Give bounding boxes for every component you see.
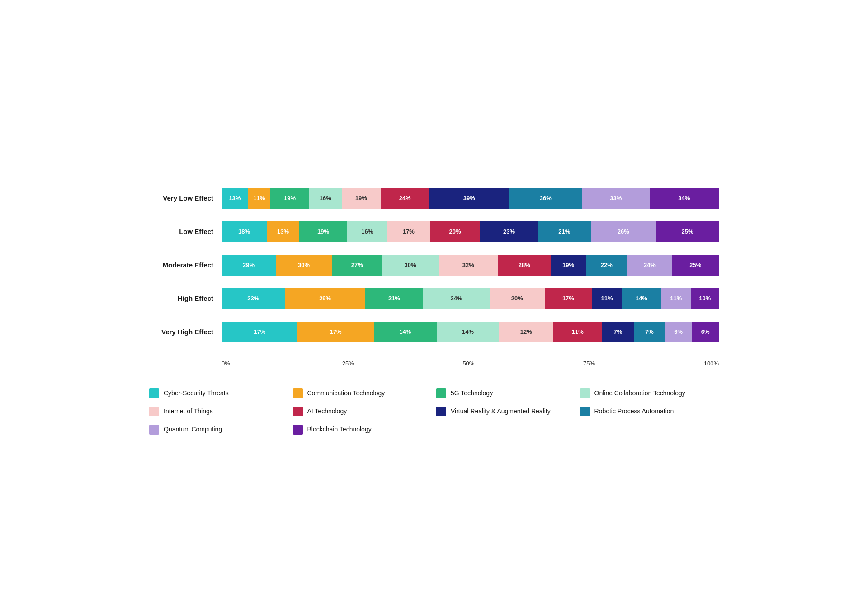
bar-segment-online_collab: 24% <box>423 288 490 309</box>
segment-label: 14% <box>636 295 647 302</box>
bar-segment-blockchain: 25% <box>656 221 719 242</box>
segment-label: 32% <box>462 262 474 268</box>
bar-segment-communication: 13% <box>267 221 299 242</box>
segment-label: 28% <box>519 262 530 268</box>
bar-segment-iot: 19% <box>342 188 381 209</box>
segment-label: 29% <box>243 262 255 268</box>
bar-segment-cyber_security: 23% <box>222 288 285 309</box>
segment-label: 26% <box>618 228 629 235</box>
bar-segment-blockchain: 25% <box>672 255 719 276</box>
segment-label: 33% <box>610 195 622 201</box>
segment-label: 11% <box>572 328 584 335</box>
legend-item-communication: Communication Technology <box>293 388 432 398</box>
legend-item-cyber_security: Cyber-Security Threats <box>149 388 288 398</box>
legend-item-ai: AI Technology <box>293 407 432 416</box>
segment-label: 14% <box>399 328 411 335</box>
bar-segment-cyber_security: 18% <box>222 221 267 242</box>
segment-label: 24% <box>399 195 411 201</box>
segment-label: 6% <box>701 328 710 335</box>
x-tick: 0% <box>222 360 342 367</box>
segment-label: 17% <box>254 328 265 335</box>
segment-label: 22% <box>601 262 613 268</box>
bar-segments: 13%11%19%16%19%24%39%36%33%34% <box>222 188 719 209</box>
bar-segment-quantum: 11% <box>661 288 691 309</box>
bar-segment-communication: 30% <box>276 255 332 276</box>
bar-segment-vr_ar: 39% <box>429 188 509 209</box>
legend-label: Robotic Process Automation <box>594 407 674 415</box>
segment-label: 13% <box>277 228 289 235</box>
segment-label: 11% <box>670 295 682 302</box>
segment-label: 17% <box>562 295 574 302</box>
segment-label: 19% <box>562 262 574 268</box>
bar-segment-rpa: 22% <box>586 255 627 276</box>
bar-segment-blockchain: 34% <box>650 188 719 209</box>
bar-segment-ai: 11% <box>553 322 602 342</box>
segment-label: 13% <box>229 195 241 201</box>
bar-segment-ai: 20% <box>430 221 480 242</box>
segment-label: 25% <box>681 228 693 235</box>
legend-label: Blockchain Technology <box>307 425 372 433</box>
legend-swatch-vr_ar <box>436 407 446 416</box>
bar-segment-five_g: 27% <box>332 255 382 276</box>
bar-segment-iot: 17% <box>387 221 430 242</box>
legend-swatch-five_g <box>436 388 446 398</box>
segment-label: 25% <box>689 262 701 268</box>
legend-item-blockchain: Blockchain Technology <box>293 425 432 435</box>
legend: Cyber-Security ThreatsCommunication Tech… <box>149 388 719 435</box>
bar-segments: 29%30%27%30%32%28%19%22%24%25% <box>222 255 719 276</box>
legend-item-iot: Internet of Things <box>149 407 288 416</box>
bar-segment-communication: 11% <box>248 188 271 209</box>
legend-swatch-communication <box>293 388 303 398</box>
bar-segment-quantum: 33% <box>582 188 650 209</box>
segment-label: 19% <box>317 228 329 235</box>
row-label: Very Low Effect <box>149 194 222 202</box>
bar-segment-communication: 17% <box>297 322 373 342</box>
segment-label: 24% <box>450 295 462 302</box>
legend-label: 5G Technology <box>451 389 493 397</box>
segment-label: 11% <box>253 195 265 201</box>
segment-label: 6% <box>674 328 683 335</box>
bar-segment-rpa: 36% <box>509 188 582 209</box>
segment-label: 19% <box>355 195 367 201</box>
bar-segment-rpa: 21% <box>538 221 591 242</box>
legend-item-five_g: 5G Technology <box>436 388 576 398</box>
legend-swatch-iot <box>149 407 159 416</box>
bar-segment-quantum: 26% <box>591 221 656 242</box>
segment-label: 27% <box>351 262 363 268</box>
row-label: Moderate Effect <box>149 261 222 269</box>
bar-row: Very Low Effect13%11%19%16%19%24%39%36%3… <box>149 188 719 209</box>
bar-segment-blockchain: 6% <box>692 322 718 342</box>
bar-segment-five_g: 21% <box>365 288 423 309</box>
legend-swatch-cyber_security <box>149 388 159 398</box>
segment-label: 16% <box>361 228 373 235</box>
bar-segment-cyber_security: 13% <box>222 188 248 209</box>
segment-label: 17% <box>330 328 342 335</box>
bar-segment-ai: 17% <box>545 288 592 309</box>
bar-segment-online_collab: 16% <box>347 221 387 242</box>
segment-label: 14% <box>462 328 474 335</box>
bar-segment-online_collab: 30% <box>382 255 439 276</box>
legend-swatch-quantum <box>149 425 159 435</box>
legend-swatch-blockchain <box>293 425 303 435</box>
bar-segment-five_g: 14% <box>374 322 437 342</box>
chart-container: Very Low Effect13%11%19%16%19%24%39%36%3… <box>140 161 728 453</box>
segment-label: 21% <box>558 228 570 235</box>
chart-area: Very Low Effect13%11%19%16%19%24%39%36%3… <box>149 188 719 355</box>
segment-label: 7% <box>645 328 654 335</box>
legend-item-vr_ar: Virtual Reality & Augmented Reality <box>436 407 576 416</box>
bar-segment-online_collab: 14% <box>437 322 500 342</box>
bar-row: High Effect23%29%21%24%20%17%11%14%11%10… <box>149 288 719 309</box>
x-axis: 0%25%50%75%100% <box>222 357 719 367</box>
bar-segment-online_collab: 16% <box>309 188 342 209</box>
bar-segments: 17%17%14%14%12%11%7%7%6%6% <box>222 322 719 342</box>
bar-segment-iot: 20% <box>490 288 545 309</box>
legend-label: Communication Technology <box>307 389 385 397</box>
legend-item-quantum: Quantum Computing <box>149 425 288 435</box>
segment-label: 39% <box>463 195 475 201</box>
bar-segment-iot: 32% <box>439 255 498 276</box>
segment-label: 17% <box>403 228 415 235</box>
legend-item-rpa: Robotic Process Automation <box>580 407 719 416</box>
legend-label: Online Collaboration Technology <box>594 389 685 397</box>
bar-segment-iot: 12% <box>499 322 553 342</box>
legend-swatch-rpa <box>580 407 590 416</box>
